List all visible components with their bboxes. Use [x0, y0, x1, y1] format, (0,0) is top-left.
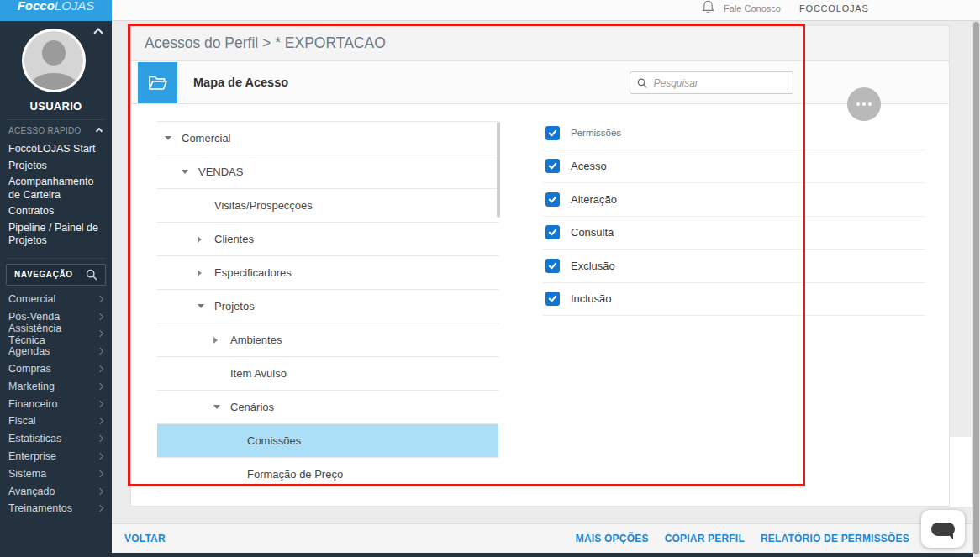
company-name[interactable]: FOCCOLOJAS: [799, 3, 869, 13]
search-input[interactable]: [653, 77, 786, 89]
chevron-right-icon: [97, 313, 103, 319]
sidebar-nav-item[interactable]: Marketing: [0, 377, 112, 395]
footer-bar: VOLTAR MAIS OPÇÕES COPIAR PERFIL RELATÓR…: [112, 523, 980, 553]
title-band: Acessos do Perfil > * EXPORTACAO: [131, 26, 949, 61]
chat-button[interactable]: [921, 510, 965, 548]
username: USUARIO: [0, 100, 112, 113]
quick-link[interactable]: Contratos: [8, 205, 104, 218]
chevron-right-icon: [97, 453, 103, 460]
sidebar-nav-item[interactable]: Enterprise: [0, 448, 112, 465]
quick-link[interactable]: Pipeline / Painel de Projetos: [8, 222, 104, 248]
quick-access-header: ACESSO RAPIDO: [0, 120, 112, 138]
checkbox-checked[interactable]: [545, 126, 560, 140]
checkbox-checked[interactable]: [545, 259, 560, 273]
tree-node[interactable]: Projetos: [157, 290, 498, 323]
tree-node[interactable]: Ambientes: [157, 323, 498, 357]
page-title: Acessos do Perfil > * EXPORTACAO: [145, 34, 386, 52]
logo-text-light: LOJAS: [55, 0, 95, 13]
permission-row: Inclusão: [543, 283, 925, 317]
sidebar: USUARIO ACESSO RAPIDO FoccoLOJAS Start P…: [0, 21, 112, 557]
chevron-right-icon: [97, 435, 103, 442]
tree-caret-icon[interactable]: [213, 405, 220, 409]
topbar: Fale Conosco FOCCOLOJAS: [112, 0, 980, 21]
sidebar-nav-item[interactable]: Estatisticas: [0, 430, 112, 448]
tree-node[interactable]: VENDAS: [157, 155, 498, 189]
tree-search-box[interactable]: [630, 71, 793, 94]
search-icon: [637, 77, 647, 89]
sidebar-nav-item[interactable]: Treinamentos: [0, 500, 112, 518]
search-icon: [86, 269, 97, 281]
tree-node[interactable]: Comissões: [157, 424, 498, 458]
tree-node[interactable]: Visitas/Prospecções: [157, 189, 498, 223]
permission-row: Consulta: [543, 217, 925, 250]
sidebar-nav-item[interactable]: Financeiro: [0, 395, 112, 412]
permission-row: Acesso: [543, 150, 925, 184]
collapse-profile-icon[interactable]: [93, 28, 103, 37]
tree-node[interactable]: Item Avulso: [157, 357, 498, 391]
logo-text-bold: Focco: [18, 0, 55, 13]
sidebar-nav-item[interactable]: Fiscal: [0, 412, 112, 430]
permission-row: Alteração: [543, 183, 925, 217]
tree-node[interactable]: Especificadores: [157, 256, 498, 290]
sidebar-nav-item[interactable]: Sistema: [0, 465, 112, 482]
tree-caret-icon[interactable]: [198, 304, 204, 308]
voltar-button[interactable]: VOLTAR: [124, 533, 166, 544]
tree-node[interactable]: Formação de Preço: [157, 458, 498, 491]
checkbox-checked[interactable]: [545, 192, 560, 207]
main-panel: Acessos do Perfil > * EXPORTACAO Mapa de…: [130, 25, 950, 507]
chevron-right-icon: [97, 470, 103, 477]
check-icon: [548, 228, 557, 237]
quick-link[interactable]: Acompanhamento de Carteira: [8, 176, 104, 202]
tree-caret-icon[interactable]: [213, 337, 218, 344]
quick-link[interactable]: FoccoLOJAS Start: [8, 143, 104, 156]
chevron-right-icon: [97, 383, 103, 390]
permission-row: Permissões: [543, 117, 925, 150]
sidebar-nav: Comercial Pós-Venda Assistência Técnica …: [0, 291, 112, 518]
section-icon-tile: [138, 62, 177, 103]
collapse-quick-access-icon[interactable]: [96, 127, 103, 134]
copiar-perfil-button[interactable]: COPIAR PERFIL: [665, 533, 745, 544]
tree-scrollbar[interactable]: [497, 122, 500, 218]
sidebar-nav-item[interactable]: Comercial: [0, 291, 112, 308]
tree-node[interactable]: Cenários: [157, 391, 498, 424]
tree-caret-icon[interactable]: [165, 136, 171, 140]
section-band: Mapa de Acesso: [131, 61, 949, 104]
avatar[interactable]: [22, 29, 86, 92]
check-icon: [548, 294, 557, 303]
avatar-silhouette-icon: [42, 40, 66, 66]
checkbox-checked[interactable]: [545, 225, 560, 239]
chevron-right-icon: [97, 505, 103, 512]
sidebar-nav-item[interactable]: Avançado: [0, 482, 112, 500]
chevron-right-icon: [97, 400, 103, 407]
mais-opcoes-button[interactable]: MAIS OPÇÕES: [576, 533, 649, 544]
more-actions-button[interactable]: [847, 87, 881, 121]
checkbox-checked[interactable]: [545, 292, 560, 306]
quick-link[interactable]: Projetos: [8, 160, 104, 173]
quick-links: FoccoLOJAS Start Projetos Acompanhamento…: [0, 138, 112, 258]
fale-conosco-link[interactable]: Fale Conosco: [724, 3, 781, 13]
quick-access-title: ACESSO RAPIDO: [8, 126, 82, 135]
scrollbar-thumb[interactable]: [973, 22, 979, 554]
tree-caret-icon[interactable]: [182, 170, 188, 174]
chevron-right-icon: [97, 296, 103, 302]
page-scrollbar[interactable]: [972, 21, 980, 557]
section-title: Mapa de Acesso: [193, 61, 288, 103]
chevron-right-icon: [97, 418, 103, 424]
tree-caret-icon[interactable]: [198, 236, 202, 243]
tree-node[interactable]: Clientes: [157, 223, 498, 256]
checkbox-checked[interactable]: [545, 159, 560, 173]
sidebar-nav-item[interactable]: Assistência Técnica: [0, 325, 112, 343]
navigation-search-box[interactable]: NAVEGAÇÃO: [6, 264, 106, 286]
tree-caret-icon[interactable]: [198, 270, 202, 276]
sidebar-nav-item[interactable]: Compras: [0, 360, 112, 378]
notifications-bell-icon[interactable]: [702, 0, 714, 14]
bottom-strip: [0, 553, 973, 557]
chevron-right-icon: [97, 330, 103, 337]
permissions-list: Permissões Acesso Alteração: [543, 117, 925, 316]
check-icon: [548, 195, 557, 204]
tree-node[interactable]: Comercial: [157, 122, 498, 155]
relatorio-permissoes-button[interactable]: RELATÓRIO DE PERMISSÕES: [761, 533, 909, 544]
check-icon: [548, 261, 557, 271]
divider: [7, 258, 105, 259]
app-logo[interactable]: FoccoLOJAS: [0, 0, 112, 21]
